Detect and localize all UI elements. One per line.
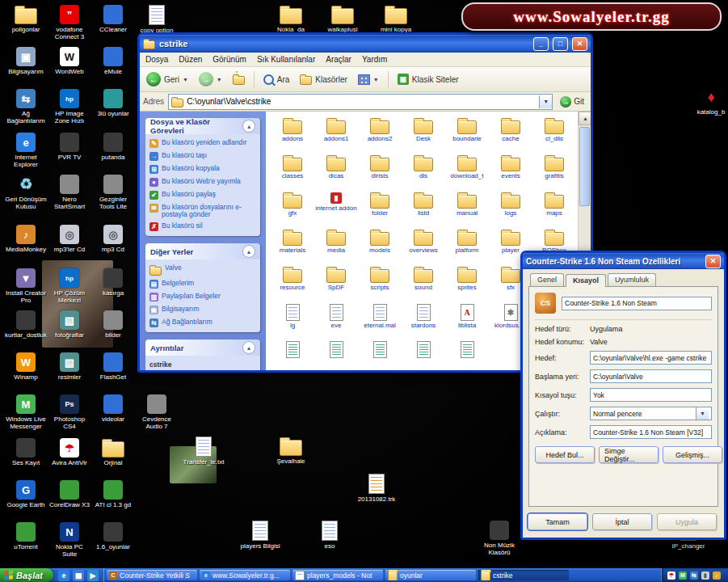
task-link-bu-klas-r-kopyala[interactable]: ⊞Bu klasörü kopyala: [149, 165, 256, 174]
place-link-a-ba-lant-lar-m[interactable]: ⇆Ağ Bağlantılarım: [149, 318, 256, 327]
file-item-download-t[interactable]: download_t: [445, 155, 489, 180]
start-in-input[interactable]: C:\oyunlar\Valve: [590, 369, 712, 383]
desktop-icon-transfer-le-txt[interactable]: Transfer_le.txt: [183, 436, 225, 466]
file-item-boundarie[interactable]: boundarie: [445, 118, 489, 143]
desktop-icon-nokia-da[interactable]: Nokia_da: [270, 5, 312, 33]
ok-button[interactable]: Tamam: [528, 513, 587, 530]
target-input[interactable]: C:\oyunlar\Valve\hl.exe -game cstrike: [590, 351, 712, 365]
run-select[interactable]: Normal pencere▼: [590, 407, 712, 420]
file-item-materials[interactable]: materials: [271, 230, 314, 255]
go-button[interactable]: → Git: [557, 95, 587, 108]
folders-button[interactable]: Klasörler: [297, 72, 350, 86]
desktop-icon-putanda[interactable]: putanda: [92, 133, 134, 161]
desktop-icon-hp-z-m-merkezi[interactable]: hpHP Çözüm Merkezi: [48, 268, 90, 304]
file-item-resource[interactable]: resource: [271, 267, 314, 292]
tray-msn-icon[interactable]: M: [679, 571, 687, 580]
desktop-icon-ati-cl-1-3-gd[interactable]: ATI cl 1.3 gd: [92, 480, 134, 508]
quick-launch-ie-icon[interactable]: e: [58, 570, 69, 581]
desktop-icon-windows-live-messenger[interactable]: MWindows Live Messenger: [5, 394, 47, 430]
desktop-icon-kas-rga[interactable]: kasırga: [92, 268, 134, 297]
file-item-clipped[interactable]: [402, 341, 445, 360]
desktop-icon-wordweb[interactable]: WWordWeb: [48, 47, 90, 75]
file-item-clipped[interactable]: [358, 341, 402, 360]
desktop-icon-bilgisayar-m[interactable]: ▣Bilgisayarım: [5, 47, 47, 75]
desktop-icon-videolar[interactable]: videolar: [92, 394, 134, 423]
menu-s-k-kullan-lanlar[interactable]: Sık Kullanılanlar: [257, 55, 315, 64]
desktop-icon-nokia-pc-suite[interactable]: NNokia PC Suite: [48, 522, 90, 558]
desktop-icon-katalog-b[interactable]: ♦katalog_b: [690, 87, 728, 116]
geli-mi-button[interactable]: Gelişmiş...: [663, 446, 722, 463]
menu-dosya[interactable]: Dosya: [145, 55, 168, 64]
menu-yard-m[interactable]: Yardım: [362, 55, 388, 64]
tray-usb-icon[interactable]: ▮: [701, 571, 709, 580]
taskbar-button-oyunlar[interactable]: oyunlar: [385, 570, 476, 580]
desktop-icon-players-bilgisi[interactable]: players Bilgisi: [239, 521, 281, 550]
file-item-clipped[interactable]: [445, 341, 489, 360]
desktop-icon-foto-raflar[interactable]: ▧fotoğraflar: [48, 310, 90, 339]
desktop-icon-evalhale[interactable]: Şevalhale: [270, 436, 312, 465]
address-dropdown[interactable]: ▼: [539, 95, 552, 108]
tray-volume-icon[interactable]: ♪: [713, 571, 721, 580]
forward-button[interactable]: → ▼: [196, 70, 225, 88]
close-button[interactable]: ✕: [572, 37, 587, 51]
file-item-grafitis[interactable]: grafitis: [532, 155, 576, 180]
desktop-icon-cevdence-audio-7[interactable]: Cevdence Audio 7: [136, 394, 178, 430]
file-item-desk[interactable]: Desk: [402, 118, 445, 143]
desktop-icon-ccleaner[interactable]: CCleaner: [92, 5, 134, 33]
desktop-icon-coreldraw-x3[interactable]: CorelDraw X3: [48, 480, 90, 508]
file-item-stardons[interactable]: stardons: [402, 304, 445, 330]
shortcut-name-input[interactable]: Counter-Strike 1.6 Non Steam: [562, 297, 712, 310]
taskbar-button-players-models-not[interactable]: players_models - Not: [292, 570, 383, 580]
desktop-icon-geri-d-n-m-kutusu[interactable]: ♻Geri Dönüşüm Kutusu: [5, 175, 47, 210]
file-item-overviews[interactable]: overviews: [402, 230, 445, 255]
search-button[interactable]: Ara: [260, 73, 293, 86]
desktop-icon-install-creator-pro[interactable]: ▼Install Creator Pro: [5, 268, 47, 304]
menu-ara-lar[interactable]: Araçlar: [326, 55, 351, 64]
quick-launch-desktopql-icon[interactable]: ▦: [73, 570, 84, 581]
address-input[interactable]: C:\oyunlar\Valve\cstrike ▼: [168, 94, 553, 110]
task-link-bu-klas-r-web-e-yay-mla[interactable]: ●Bu klasörü Web'e yayımla: [149, 178, 256, 187]
chevron-up-icon[interactable]: ▲: [242, 341, 255, 354]
place-link-payla-lan-belgeler[interactable]: ▥Paylaşılan Belgeler: [149, 293, 256, 302]
other-places-header[interactable]: Diğer Yerler ▲: [145, 243, 260, 259]
task-link-bu-klas-r-ta[interactable]: →Bu klasörü taşı: [149, 152, 256, 161]
file-item-models[interactable]: models: [358, 230, 402, 255]
file-item-logs[interactable]: logs: [489, 192, 532, 217]
file-item-liblista[interactable]: Aliblista: [445, 304, 489, 330]
desktop-icon-poligonlar[interactable]: poligonlar: [5, 5, 47, 33]
cancel-button[interactable]: İptal: [592, 513, 652, 530]
tab-genel[interactable]: Genel: [530, 273, 564, 286]
file-item-sound[interactable]: sound: [402, 267, 445, 292]
file-item-spdf[interactable]: SpDF: [314, 267, 358, 292]
dialog-close-button[interactable]: ✕: [705, 255, 721, 268]
task-link-bu-klas-r-sil[interactable]: ✗Bu klasörü sil: [149, 222, 256, 231]
file-item-manual[interactable]: manual: [445, 192, 489, 217]
desktop-icon-bilder[interactable]: bilder: [92, 310, 134, 339]
maximize-button[interactable]: □: [553, 37, 568, 51]
task-link-bu-klas-r-yeniden-adland-r[interactable]: ✎Bu klasörü yeniden adlandır: [149, 139, 256, 148]
tray-network-icon[interactable]: ⇆: [690, 571, 698, 580]
views-button[interactable]: ▼: [355, 73, 382, 86]
taskbar-button-counter-strike-yetkili-s[interactable]: CCounter-Strike Yetkili S: [107, 570, 197, 580]
quick-launch-player-icon[interactable]: ▶: [87, 570, 99, 581]
file-item-eternal-mal[interactable]: eternal.mal: [358, 304, 402, 330]
desktop-icon-eso[interactable]: eso: [309, 521, 351, 550]
desktop-icon-flashget[interactable]: FlashGet: [92, 352, 134, 381]
desktop-icon-google-earth[interactable]: GGoogle Earth: [5, 480, 47, 508]
desktop-icon-1-6-oyunlar[interactable]: 1.6_oyunlar: [92, 522, 134, 550]
details-header[interactable]: Ayrıntılar ▲: [145, 340, 260, 356]
simge-de-i-tir-button[interactable]: Simge Değiştir...: [599, 446, 659, 463]
start-button[interactable]: Başlat: [0, 568, 53, 582]
desktop-icon-mini-kopya[interactable]: mini kopya: [375, 5, 417, 33]
desktop-icon-3l-oyunlar[interactable]: 3lü oyunlar: [92, 89, 134, 117]
run-dropdown-icon[interactable]: ▼: [696, 407, 709, 420]
file-item-dlrists[interactable]: dlrists: [358, 155, 402, 180]
desktop-icon-20131082-trk[interactable]: 20131082.trk: [356, 474, 398, 503]
task-link-bu-klas-r-payla[interactable]: ✔Bu klasörü paylaş: [149, 191, 256, 200]
menu-g-r-n-m[interactable]: Görünüm: [213, 55, 246, 64]
hedef-bul-button[interactable]: Hedef Bul...: [535, 446, 595, 463]
dialog-titlebar[interactable]: Counter-Strike 1.6 Non Steam Özellikleri…: [523, 253, 724, 269]
desktop-icon-vodafone-connect-3[interactable]: ”vodafone Connect 3: [48, 5, 90, 40]
desktop-icon-emule[interactable]: eMule: [92, 47, 134, 75]
file-item-maps[interactable]: maps: [532, 192, 576, 217]
